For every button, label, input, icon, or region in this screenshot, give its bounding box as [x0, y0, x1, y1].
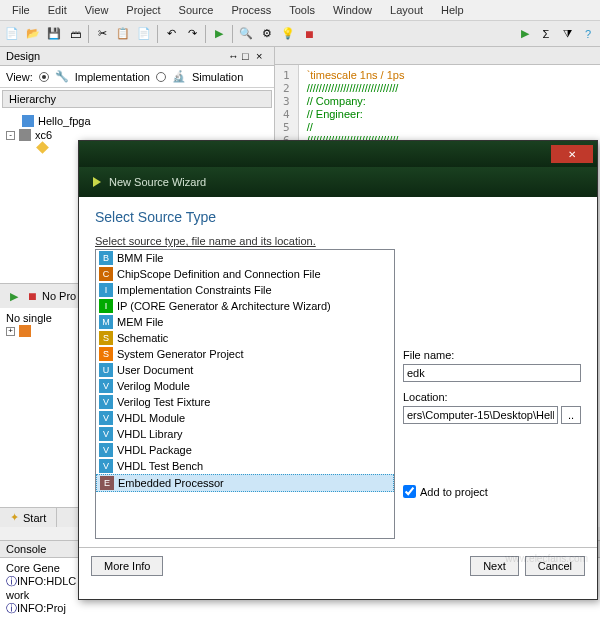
filter-icon[interactable]: ⧩ — [557, 24, 577, 44]
menu-project[interactable]: Project — [118, 2, 168, 18]
list-item-label: VHDL Library — [117, 428, 183, 440]
tree-project-label: Hello_fpga — [38, 115, 91, 127]
list-item[interactable]: VVerilog Test Fixture — [96, 394, 394, 410]
stop-icon[interactable]: ⏹ — [299, 24, 319, 44]
run-process-icon[interactable]: ▶ — [4, 286, 24, 306]
save-icon[interactable]: 💾 — [44, 24, 64, 44]
source-type-icon: V — [99, 443, 113, 457]
list-item[interactable]: VVHDL Library — [96, 426, 394, 442]
list-item[interactable]: VVerilog Module — [96, 378, 394, 394]
copy-icon[interactable]: 📋 — [113, 24, 133, 44]
list-item-label: System Generator Project — [117, 348, 244, 360]
open-icon[interactable]: 📂 — [23, 24, 43, 44]
source-type-icon: C — [99, 267, 113, 281]
project-icon — [22, 115, 34, 127]
list-item[interactable]: BBMM File — [96, 250, 394, 266]
hierarchy-header: Hierarchy — [2, 90, 272, 108]
list-item-label: Schematic — [117, 332, 168, 344]
list-item[interactable]: MMEM File — [96, 314, 394, 330]
list-item-label: Implementation Constraints File — [117, 284, 272, 296]
menu-window[interactable]: Window — [325, 2, 380, 18]
view-selector: View: 🔧 Implementation 🔬 Simulation — [0, 66, 274, 88]
list-item-label: BMM File — [117, 252, 163, 264]
location-input[interactable] — [403, 406, 558, 424]
stop-process-icon[interactable]: ⏹ — [27, 290, 39, 302]
dialog-titlebar[interactable]: ✕ — [79, 141, 597, 167]
list-item[interactable]: EEmbedded Processor — [96, 474, 394, 492]
menu-source[interactable]: Source — [171, 2, 222, 18]
list-item[interactable]: UUser Document — [96, 362, 394, 378]
save-all-icon[interactable]: 🗃 — [65, 24, 85, 44]
new-icon[interactable]: 📄 — [2, 24, 22, 44]
star-icon: ✦ — [10, 511, 19, 524]
code-content[interactable]: `timescale 1ns / 1ps ///////////////////… — [299, 65, 413, 151]
help-icon[interactable]: ? — [578, 24, 598, 44]
panel-close-icon[interactable]: □ — [242, 50, 254, 62]
menu-help[interactable]: Help — [433, 2, 472, 18]
undo-icon[interactable]: ↶ — [161, 24, 181, 44]
source-type-icon: S — [99, 331, 113, 345]
run-icon[interactable]: ▶ — [515, 24, 535, 44]
panel-x-icon[interactable]: × — [256, 50, 268, 62]
list-item[interactable]: IIP (CORE Generator & Architecture Wizar… — [96, 298, 394, 314]
source-type-icon: B — [99, 251, 113, 265]
simulation-radio[interactable] — [156, 72, 166, 82]
paste-icon[interactable]: 📄 — [134, 24, 154, 44]
menu-layout[interactable]: Layout — [382, 2, 431, 18]
start-tab-label: Start — [23, 512, 46, 524]
list-item[interactable]: VVHDL Module — [96, 410, 394, 426]
bulb-icon[interactable]: 💡 — [278, 24, 298, 44]
list-item[interactable]: CChipScope Definition and Connection Fil… — [96, 266, 394, 282]
file-name-input[interactable] — [403, 364, 581, 382]
menu-file[interactable]: File — [4, 2, 38, 18]
menu-view[interactable]: View — [77, 2, 117, 18]
expander-icon[interactable]: - — [6, 131, 15, 140]
line-numbers: 123456 — [275, 65, 299, 151]
simulation-label: Simulation — [192, 71, 243, 83]
list-item[interactable]: SSystem Generator Project — [96, 346, 394, 362]
close-button[interactable]: ✕ — [551, 145, 593, 163]
separator — [88, 25, 89, 43]
gear-icon[interactable]: ⚙ — [257, 24, 277, 44]
panel-options-icon[interactable]: ↔ — [228, 50, 240, 62]
wizard-arrow-icon — [93, 177, 101, 187]
source-type-icon: V — [99, 427, 113, 441]
sigma-icon[interactable]: Σ — [536, 24, 556, 44]
tree-project[interactable]: Hello_fpga — [6, 114, 268, 128]
list-item-label: MEM File — [117, 316, 163, 328]
main-toolbar: 📄 📂 💾 🗃 ✂ 📋 📄 ↶ ↷ ▶ 🔍 ⚙ 💡 ⏹ ▶ Σ ⧩ ? — [0, 21, 600, 47]
source-type-icon: V — [99, 379, 113, 393]
search-icon[interactable]: 🔍 — [236, 24, 256, 44]
more-info-button[interactable]: More Info — [91, 556, 163, 576]
play-icon[interactable]: ▶ — [209, 24, 229, 44]
watermark: www.elecfans.com — [505, 553, 588, 564]
list-item-label: IP (CORE Generator & Architecture Wizard… — [117, 300, 331, 312]
cut-icon[interactable]: ✂ — [92, 24, 112, 44]
design-panel-header: Design ↔ □ × — [0, 47, 274, 66]
list-item-label: VHDL Module — [117, 412, 185, 424]
console-line: ⓘINFO:Proj — [6, 601, 594, 616]
source-type-icon: V — [99, 411, 113, 425]
new-source-wizard-dialog: ✕ New Source Wizard Select Source Type S… — [78, 140, 598, 600]
list-item[interactable]: IImplementation Constraints File — [96, 282, 394, 298]
list-item-label: User Document — [117, 364, 193, 376]
menu-tools[interactable]: Tools — [281, 2, 323, 18]
implementation-radio[interactable] — [39, 72, 49, 82]
add-to-project-checkbox[interactable] — [403, 485, 416, 498]
no-single-label: No single — [6, 312, 52, 324]
expander-icon[interactable]: + — [6, 327, 15, 336]
list-item[interactable]: VVHDL Package — [96, 442, 394, 458]
module-icon — [36, 141, 49, 154]
menu-process[interactable]: Process — [223, 2, 279, 18]
redo-icon[interactable]: ↷ — [182, 24, 202, 44]
source-type-list[interactable]: BBMM FileCChipScope Definition and Conne… — [95, 249, 395, 539]
dialog-window-title: New Source Wizard — [109, 176, 206, 188]
source-type-icon: I — [99, 283, 113, 297]
list-item[interactable]: SSchematic — [96, 330, 394, 346]
start-tab[interactable]: ✦ Start — [0, 508, 57, 527]
view-label: View: — [6, 71, 33, 83]
menu-edit[interactable]: Edit — [40, 2, 75, 18]
browse-button[interactable]: .. — [561, 406, 581, 424]
source-type-icon: S — [99, 347, 113, 361]
list-item[interactable]: VVHDL Test Bench — [96, 458, 394, 474]
